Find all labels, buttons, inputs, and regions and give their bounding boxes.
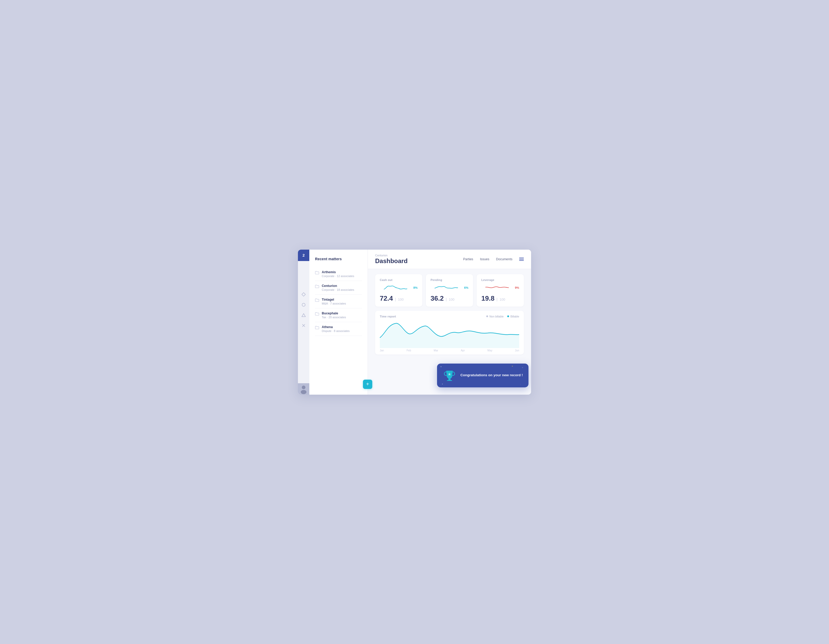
stat-card-leverage: Leverage 9% 19.8 | 100: [477, 274, 524, 307]
matters-panel: Recent matters Arthemis Corporate · 12 a…: [309, 250, 368, 395]
sparkle-decoration: ★: [442, 383, 443, 385]
stats-row: Cash out 8% 72.4 | 100: [375, 274, 524, 307]
matter-name: Tintagel: [322, 298, 346, 301]
main-content: Centurion Dashboard Parties Issues Docum…: [368, 250, 531, 395]
stat-value: 72.4: [380, 294, 393, 302]
list-item[interactable]: Tintagel M&A · 7 associates: [315, 295, 362, 309]
stat-percent: 9%: [515, 286, 519, 289]
circle-icon[interactable]: [301, 302, 306, 307]
chart-legend: Non billable Billable: [486, 315, 519, 318]
matter-sub: Corporate · 12 associates: [322, 274, 354, 277]
trophy-icon: [443, 369, 456, 382]
billable-dot: [507, 315, 509, 317]
diamond-icon[interactable]: [301, 292, 306, 297]
folder-icon: [315, 271, 319, 276]
matter-name: Athena: [322, 325, 350, 329]
close-icon[interactable]: [301, 323, 306, 328]
stat-percent: 8%: [413, 286, 418, 289]
sparkle-decoration: ✧: [522, 367, 523, 369]
legend-billable: Billable: [507, 315, 519, 318]
folder-icon: [315, 285, 319, 289]
matter-name: Arthemis: [322, 270, 354, 274]
congrats-text: Congratulations on your new record !: [460, 373, 523, 378]
nav-parties[interactable]: Parties: [463, 257, 473, 261]
sparkle-decoration: ·: [520, 383, 521, 385]
matter-sub: M&A · 7 associates: [322, 302, 346, 305]
legend-non-billable: Non billable: [486, 315, 504, 318]
top-nav: Centurion Dashboard Parties Issues Docum…: [368, 250, 531, 269]
app-container: 2: [298, 250, 531, 395]
page-title: Dashboard: [375, 257, 408, 265]
matter-sub: Corporate · 18 associates: [322, 288, 354, 291]
list-item[interactable]: Athena Dispute · 8 associates: [315, 322, 362, 336]
icon-strip: 2: [298, 250, 309, 395]
leverage-sparkline: [481, 283, 513, 292]
time-report-label: Time report: [380, 315, 396, 318]
stat-label: Leverage: [481, 279, 519, 282]
folder-icon: [315, 298, 319, 303]
congrats-popup: ✦ ★ ✧ · ★: [437, 364, 528, 387]
folder-icon: [315, 312, 319, 317]
stat-value: 36.2: [430, 294, 444, 302]
stat-label: Cash out: [380, 279, 418, 282]
nav-context: Centurion: [375, 254, 408, 257]
axis-label-jan: Jan: [380, 349, 384, 352]
nav-links: Parties Issues Documents: [463, 257, 524, 261]
matter-name: Bucephale: [322, 312, 346, 315]
badge: 2: [298, 250, 309, 261]
stat-card-pending: Pending 6% 36.2 | 100: [426, 274, 473, 307]
cashout-sparkline: [380, 283, 411, 292]
legend-non-billable-label: Non billable: [489, 315, 504, 318]
matter-name: Centurion: [322, 284, 354, 288]
stat-value: 19.8: [481, 294, 495, 302]
folder-icon: [315, 326, 319, 331]
nav-documents[interactable]: Documents: [496, 257, 512, 261]
list-item[interactable]: Centurion Corporate · 18 associates: [315, 281, 362, 295]
triangle-icon[interactable]: [301, 313, 306, 318]
matters-title: Recent matters: [315, 257, 362, 261]
svg-marker-0: [302, 293, 306, 296]
stat-total: 100: [500, 298, 505, 301]
stat-card-cashout: Cash out 8% 72.4 | 100: [375, 274, 422, 307]
non-billable-dot: [486, 315, 488, 317]
time-report-card: Time report Non billable Billable: [375, 311, 524, 354]
add-button[interactable]: +: [363, 379, 372, 389]
axis-label-may: May: [487, 349, 492, 352]
legend-billable-label: Billable: [511, 315, 519, 318]
axis-label-apr: Apr: [461, 349, 465, 352]
sparkle-decoration: ★: [512, 365, 513, 367]
list-item[interactable]: Bucephale Tax · 20 associates: [315, 309, 362, 322]
svg-point-6: [302, 386, 306, 389]
axis-label-jun: Jun: [515, 349, 519, 352]
stat-label: Pending: [430, 279, 468, 282]
svg-point-7: [301, 390, 306, 394]
matter-sub: Dispute · 8 associates: [322, 329, 350, 332]
time-axis: Jan Feb Mar Apr May Jun: [380, 348, 519, 352]
menu-icon[interactable]: [519, 258, 524, 261]
stat-total: 100: [398, 298, 403, 301]
axis-label-feb: Feb: [407, 349, 411, 352]
avatar[interactable]: [298, 383, 309, 395]
svg-point-1: [302, 303, 305, 306]
time-report-chart: [380, 320, 519, 348]
svg-rect-8: [448, 379, 451, 380]
dashboard-body: Cash out 8% 72.4 | 100: [368, 269, 531, 395]
pending-sparkline: [430, 283, 462, 292]
svg-rect-9: [447, 380, 452, 381]
axis-label-mar: Mar: [434, 349, 438, 352]
stat-percent: 6%: [464, 286, 468, 289]
sparkle-decoration: ✦: [440, 365, 442, 368]
nav-issues[interactable]: Issues: [480, 257, 489, 261]
svg-marker-2: [302, 313, 306, 317]
stat-total: 100: [449, 298, 454, 301]
list-item[interactable]: Arthemis Corporate · 12 associates: [315, 267, 362, 281]
matter-sub: Tax · 20 associates: [322, 316, 346, 319]
